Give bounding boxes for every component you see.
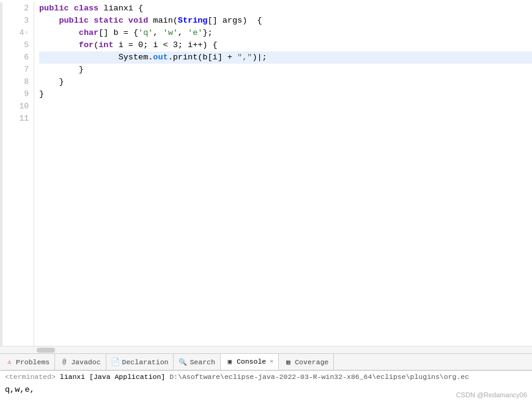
- tab-javadoc-label: Javadoc: [71, 358, 100, 366]
- code-line-10: }: [39, 88, 532, 100]
- tab-search-label: Search: [190, 358, 215, 366]
- tab-console[interactable]: ▣ Console ✕: [221, 354, 279, 370]
- line-num-3: 3: [7, 15, 29, 27]
- line-num-2: 2: [7, 2, 29, 15]
- status-path: D:\Asoftware\eclipse-java-2022-03-R-win3…: [169, 373, 469, 381]
- horizontal-scrollbar-area: [0, 346, 532, 353]
- line-num-10: 10: [7, 100, 29, 113]
- code-lines[interactable]: public class lianxi { public static void…: [34, 2, 532, 346]
- code-editor[interactable]: 2 3 4◦ 5 6 7 8 9 10 11 public class lian…: [0, 0, 532, 346]
- status-bar: <terminated> lianxi [Java Application] D…: [0, 370, 532, 383]
- tab-javadoc[interactable]: @ Javadoc: [55, 354, 106, 370]
- tab-declaration-label: Declaration: [122, 358, 169, 366]
- console-output: q,w,e,: [0, 383, 532, 401]
- tab-declaration[interactable]: 📄 Declaration: [106, 354, 174, 370]
- declaration-icon: 📄: [111, 358, 120, 366]
- console-close-icon[interactable]: ✕: [270, 358, 273, 365]
- line-num-9: 9: [7, 88, 29, 100]
- line-num-7: 7: [7, 64, 29, 76]
- code-line-3: public class lianxi {: [39, 2, 532, 15]
- watermark: CSDN @Redamancy06: [456, 391, 527, 399]
- watermark-text: CSDN @Redamancy06: [456, 391, 527, 399]
- search-icon: 🔍: [179, 358, 187, 366]
- horizontal-scrollbar[interactable]: [37, 348, 55, 353]
- code-line-7: System.out.print(b[i] + ",")|;: [39, 51, 532, 64]
- line-num-11: 11: [7, 113, 29, 125]
- tab-search[interactable]: 🔍 Search: [174, 354, 220, 370]
- coverage-icon: ▦: [284, 358, 292, 366]
- tab-bar: ⚠ Problems @ Javadoc 📄 Declaration 🔍 Sea…: [0, 353, 532, 370]
- problems-icon: ⚠: [5, 358, 13, 366]
- line-numbers: 2 3 4◦ 5 6 7 8 9 10 11: [2, 2, 34, 346]
- output-text: q,w,e,: [5, 385, 35, 394]
- bottom-panel: ⚠ Problems @ Javadoc 📄 Declaration 🔍 Sea…: [0, 353, 532, 401]
- line-num-5: 5: [7, 39, 29, 51]
- tab-coverage-label: Coverage: [295, 358, 328, 366]
- code-line-9: }: [39, 76, 532, 88]
- javadoc-icon: @: [60, 358, 68, 366]
- app-name-label: lianxi [Java Application]: [60, 373, 166, 381]
- code-line-5: char[] b = {'q', 'w', 'e'};: [39, 27, 532, 39]
- terminated-label: <terminated>: [5, 373, 56, 381]
- code-line-4: public static void main(String[] args) {: [39, 15, 532, 27]
- tab-console-label: Console: [237, 358, 266, 365]
- code-line-6: for(int i = 0; i < 3; i++) {: [39, 39, 532, 51]
- tab-coverage[interactable]: ▦ Coverage: [279, 354, 334, 370]
- console-icon: ▣: [226, 357, 234, 365]
- tab-problems[interactable]: ⚠ Problems: [0, 354, 55, 370]
- tab-problems-label: Problems: [16, 358, 50, 366]
- code-line-8: }: [39, 64, 532, 76]
- line-num-6: 6: [7, 51, 29, 64]
- line-num-4: 4◦: [7, 27, 29, 39]
- line-num-8: 8: [7, 76, 29, 88]
